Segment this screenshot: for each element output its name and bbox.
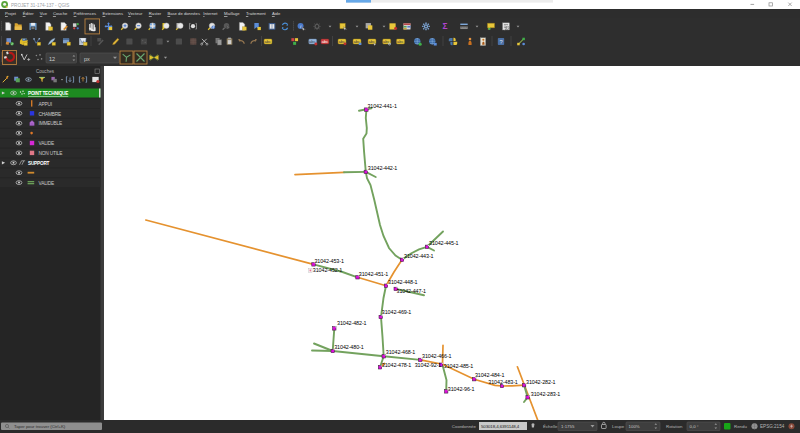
svg-text:31042-447-1: 31042-447-1: [397, 288, 427, 294]
svg-text:APPUI: APPUI: [39, 102, 52, 107]
svg-text:0,0 °: 0,0 °: [690, 424, 699, 429]
svg-text:31042-452-1: 31042-452-1: [313, 267, 343, 273]
svg-text:Couches: Couches: [36, 69, 55, 74]
svg-text:31042-453-1: 31042-453-1: [314, 258, 344, 264]
svg-text:VALIDE: VALIDE: [39, 181, 55, 186]
svg-text:31042-484-1: 31042-484-1: [475, 372, 505, 378]
svg-text:31042-283-1: 31042-283-1: [531, 391, 561, 397]
svg-text:?: ?: [499, 39, 502, 45]
svg-text:31042-442-1: 31042-442-1: [368, 165, 398, 171]
svg-text:abc: abc: [264, 39, 271, 44]
svg-text:Rotation: Rotation: [666, 424, 683, 429]
svg-text:px: px: [84, 56, 90, 62]
svg-text:31042-482-1: 31042-482-1: [337, 320, 367, 326]
svg-text:Σ: Σ: [442, 21, 447, 31]
svg-text:31042-451-1: 31042-451-1: [359, 271, 389, 277]
svg-text:VALIDE: VALIDE: [39, 141, 55, 146]
svg-text:SUPPORT: SUPPORT: [28, 161, 50, 166]
svg-text:31042-469-1: 31042-469-1: [382, 309, 412, 315]
svg-text:31042-448-1: 31042-448-1: [388, 279, 418, 285]
svg-text:Coordonnée: Coordonnée: [452, 424, 477, 429]
svg-text:31042-441-1: 31042-441-1: [367, 103, 397, 109]
svg-text:Rendu: Rendu: [734, 424, 747, 429]
svg-text:31042-445-1: 31042-445-1: [429, 240, 459, 246]
svg-text:31042-468-1: 31042-468-1: [386, 349, 416, 355]
svg-text:31042-96-1: 31042-96-1: [448, 386, 475, 392]
svg-text:abc: abc: [397, 39, 404, 44]
svg-text:PROJET 31-174-137 - QGIS: PROJET 31-174-137 - QGIS: [11, 3, 69, 8]
svg-text:31042-92-1: 31042-92-1: [415, 362, 442, 368]
svg-text:31042-483-1: 31042-483-1: [488, 379, 518, 385]
svg-text:12: 12: [49, 56, 55, 62]
svg-text:100%: 100%: [629, 424, 640, 429]
svg-text:IMMEUBLE: IMMEUBLE: [39, 121, 62, 126]
svg-text:Taper pour trouver (Ctrl+K): Taper pour trouver (Ctrl+K): [14, 424, 66, 429]
svg-text:31042-485-1: 31042-485-1: [444, 363, 474, 369]
svg-text:31042-282-1: 31042-282-1: [526, 379, 556, 385]
svg-text:31042-480-1: 31042-480-1: [334, 344, 364, 350]
svg-text:31042-466-1: 31042-466-1: [422, 353, 452, 359]
svg-text:POINT TECHNIQUE: POINT TECHNIQUE: [28, 91, 68, 96]
svg-text:Loupe: Loupe: [612, 424, 625, 429]
svg-text:503018,4,6391148,4: 503018,4,6391148,4: [481, 424, 520, 429]
svg-text:EPSG:2154: EPSG:2154: [760, 424, 785, 429]
svg-text:abc: abc: [322, 39, 329, 44]
svg-text:31042-443-1: 31042-443-1: [404, 253, 434, 259]
svg-text:1:1755: 1:1755: [561, 424, 575, 429]
svg-text:31042-478-1: 31042-478-1: [382, 362, 412, 368]
svg-text:CHAMBRE: CHAMBRE: [39, 112, 62, 117]
svg-text:Échelle: Échelle: [543, 424, 558, 429]
svg-text:NON UTILE: NON UTILE: [39, 151, 63, 156]
